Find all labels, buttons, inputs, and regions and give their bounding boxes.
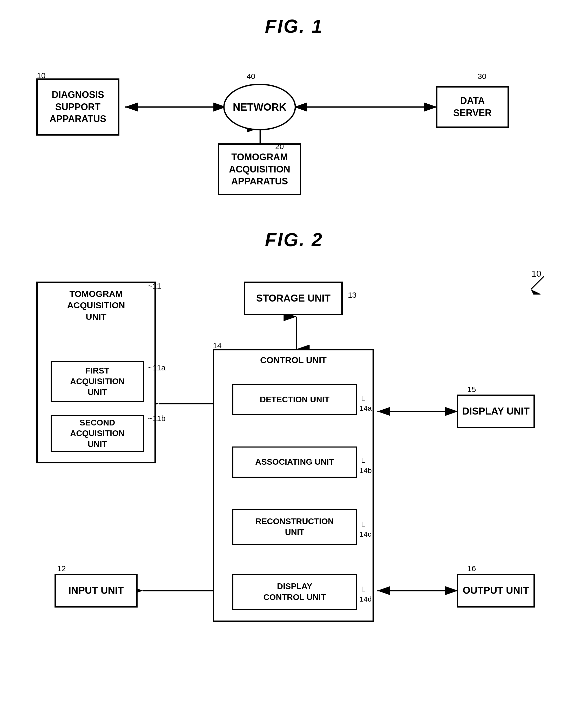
control-unit-outer: CONTROL UNIT DETECTION UNIT └ 14a ASSOCI… — [213, 349, 374, 622]
display-ctrl-ref: └ 14d — [360, 587, 373, 603]
network-ref: 40 — [247, 72, 255, 81]
svg-line-16 — [531, 276, 544, 289]
storage-unit-box: STORAGE UNIT — [244, 282, 343, 315]
tomogram-acq-label-fig1: TOMOGRAM ACQUISITION APPARATUS — [229, 151, 290, 187]
storage-ref: 13 — [348, 291, 356, 300]
detection-label: DETECTION UNIT — [260, 394, 330, 405]
second-acq-ref: ~11b — [148, 414, 166, 423]
reconstruction-label: RECONSTRUCTION UNIT — [255, 516, 334, 538]
first-acq-box: FIRST ACQUISITION UNIT — [50, 361, 144, 402]
reconstruction-ref: └ 14c — [360, 522, 373, 538]
display-ref: 15 — [467, 385, 476, 394]
fig2-title: FIG. 2 — [21, 229, 567, 250]
input-unit-box: INPUT UNIT — [55, 574, 138, 608]
tomogram-ref-fig1: 20 — [275, 142, 284, 151]
diagnosis-label: DIAGNOSIS SUPPORT APPARATUS — [49, 89, 106, 125]
first-acq-label: FIRST ACQUISITION UNIT — [70, 366, 125, 398]
ref10-arrow — [523, 274, 554, 294]
second-acq-box: SECOND ACQUISITION UNIT — [50, 415, 144, 452]
network-ellipse: NETWORK — [223, 84, 296, 130]
output-ref: 16 — [467, 564, 476, 573]
fig1-section: FIG. 1 — [21, 16, 567, 203]
associating-unit-box: ASSOCIATING UNIT — [232, 447, 357, 478]
detection-unit-box: DETECTION UNIT — [232, 384, 357, 415]
fig2-diagram: 10 STORAGE UNIT 13 CONTROL UNIT DETECTIO… — [21, 266, 567, 682]
reconstruction-unit-box: RECONSTRUCTION UNIT — [232, 509, 357, 545]
diagnosis-ref: 10 — [37, 71, 45, 80]
storage-unit-label: STORAGE UNIT — [256, 292, 331, 305]
input-unit-label: INPUT UNIT — [68, 584, 124, 597]
display-unit-label: DISPLAY UNIT — [462, 405, 530, 418]
tomogram-ref: ~11 — [148, 282, 161, 290]
diagnosis-box: DIAGNOSIS SUPPORT APPARATUS — [36, 79, 120, 136]
display-control-unit-box: DISPLAY CONTROL UNIT — [232, 574, 357, 610]
second-acq-label: SECOND ACQUISITION UNIT — [70, 417, 125, 450]
tomogram-outer-box: TOMOGRAMACQUISITIONUNIT FIRST ACQUISITIO… — [36, 282, 156, 464]
output-unit-label: OUTPUT UNIT — [463, 584, 529, 597]
fig1-diagram: DIAGNOSIS SUPPORT APPARATUS 10 NETWORK 4… — [21, 53, 567, 203]
network-label: NETWORK — [233, 101, 287, 113]
first-acq-ref: ~11a — [148, 363, 166, 372]
display-unit-box: DISPLAY UNIT — [457, 394, 535, 428]
display-control-label: DISPLAY CONTROL UNIT — [263, 581, 326, 602]
dataserver-label: DATA SERVER — [453, 95, 491, 119]
control-ref: 14 — [213, 341, 222, 350]
associating-ref: └ 14b — [360, 458, 373, 475]
output-unit-box: OUTPUT UNIT — [457, 574, 535, 608]
tomogram-outer-label: TOMOGRAMACQUISITIONUNIT — [38, 288, 154, 323]
dataserver-box: DATA SERVER — [436, 86, 509, 128]
fig2-section: FIG. 2 — [21, 229, 567, 682]
tomogram-acq-box-fig1: TOMOGRAM ACQUISITION APPARATUS — [218, 143, 301, 195]
detection-ref: └ 14a — [360, 396, 373, 412]
control-unit-label: CONTROL UNIT — [214, 355, 373, 365]
dataserver-ref: 30 — [478, 72, 486, 81]
associating-label: ASSOCIATING UNIT — [255, 457, 334, 468]
input-ref: 12 — [57, 564, 66, 573]
fig1-title: FIG. 1 — [21, 16, 567, 37]
